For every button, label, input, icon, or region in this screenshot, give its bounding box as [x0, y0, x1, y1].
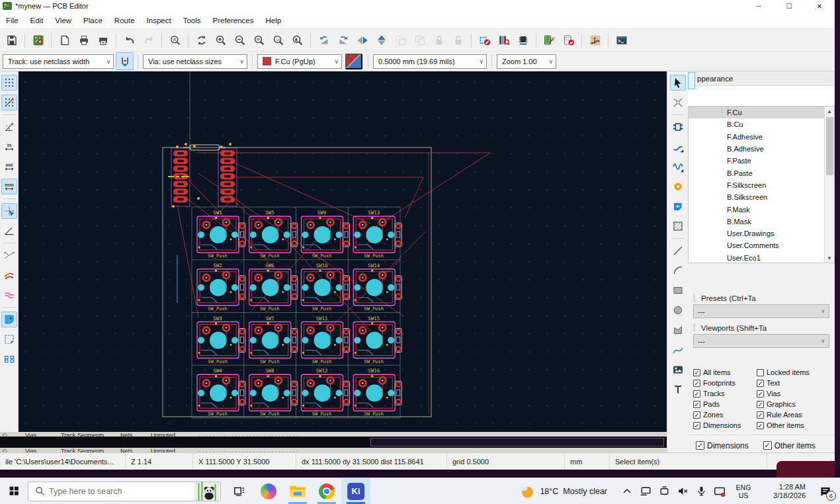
- checkbox[interactable]: ✓: [696, 441, 704, 450]
- kicad-taskbar-button[interactable]: Ki: [341, 478, 370, 504]
- filter-text[interactable]: ✓Text: [757, 378, 835, 388]
- layer-dropdown[interactable]: F.Cu (PgUp)∨: [257, 54, 342, 69]
- filter-dimensions[interactable]: ✓Dimensions: [693, 421, 757, 431]
- track-width-dropdown[interactable]: Track: use netclass width∨: [3, 54, 114, 69]
- task-view-button[interactable]: [225, 478, 254, 504]
- checkbox[interactable]: ✓: [757, 390, 764, 398]
- layer-row-b-silkscreen[interactable]: B.Silkscreen: [689, 191, 824, 203]
- update-pcb-from-schematic-button[interactable]: [540, 31, 558, 49]
- checkbox[interactable]: ✓: [763, 441, 772, 450]
- layer-row-f-paste[interactable]: F.Paste: [689, 155, 824, 167]
- screen-cast-icon[interactable]: [712, 478, 728, 504]
- chrome-button[interactable]: [312, 478, 341, 504]
- design-rules-check-button[interactable]: [560, 31, 577, 49]
- layer-row-b-paste[interactable]: B.Paste: [689, 167, 824, 179]
- language-indicator[interactable]: ENGUS: [732, 483, 755, 499]
- units-inches-button[interactable]: in: [1, 139, 17, 155]
- route-track-button[interactable]: [670, 139, 686, 155]
- checkbox[interactable]: ✓: [693, 411, 700, 419]
- via-size-dropdown[interactable]: Via: use netclass sizes∨: [143, 54, 247, 69]
- ungroup-button[interactable]: [411, 31, 429, 49]
- checkbox[interactable]: ✓: [757, 401, 764, 408]
- rule-area-button[interactable]: [670, 218, 686, 234]
- flip-horizontal-button[interactable]: [353, 31, 371, 49]
- update-footprints-button[interactable]: [476, 31, 493, 49]
- search-input[interactable]: [45, 487, 194, 496]
- undo-button[interactable]: [120, 31, 138, 49]
- menu-tools[interactable]: Tools: [177, 14, 207, 27]
- checkbox[interactable]: [757, 369, 764, 376]
- viewports-dropdown[interactable]: --- ∨: [693, 334, 829, 348]
- filter-pads[interactable]: ✓Pads: [693, 399, 757, 409]
- grid-dropdown[interactable]: 0.5000 mm (19.69 mils)∨: [373, 54, 487, 69]
- layer-row-b-cu[interactable]: B.Cu: [689, 118, 824, 130]
- net-colors-button[interactable]: [1, 287, 17, 303]
- layer-row-b-adhesive[interactable]: B.Adhesive: [689, 143, 824, 155]
- menu-route[interactable]: Route: [108, 14, 141, 27]
- zoom-fit-button[interactable]: [250, 31, 268, 49]
- close-button[interactable]: ✕: [804, 0, 835, 12]
- free-angle-button[interactable]: [1, 223, 17, 239]
- footprint-editor-button[interactable]: [514, 31, 532, 49]
- local-ratsnest-button[interactable]: [670, 95, 686, 110]
- pcb-canvas[interactable]: SW1 SW_Push SW5 SW_Push SW9 SW_Push: [19, 71, 667, 432]
- filter-other-items[interactable]: ✓Other items: [763, 441, 816, 451]
- zoom-dropdown[interactable]: Zoom 1.00∨: [497, 54, 556, 69]
- layer-row-user-drawings[interactable]: User.Drawings: [689, 228, 824, 239]
- find-button[interactable]: A: [166, 31, 184, 49]
- tray-expand-button[interactable]: [619, 478, 635, 504]
- menu-place[interactable]: Place: [77, 14, 108, 27]
- net-highlight-button[interactable]: [1, 267, 17, 283]
- zone-filled-button[interactable]: [1, 312, 17, 327]
- layer-row-f-adhesive[interactable]: F.Adhesive: [689, 131, 824, 143]
- polygon-tool-button[interactable]: [670, 322, 686, 338]
- tune-length-button[interactable]: [670, 159, 686, 175]
- menu-inspect[interactable]: Inspect: [141, 14, 177, 27]
- pad-sketch-button[interactable]: [1, 351, 17, 367]
- menu-help[interactable]: Help: [260, 14, 288, 27]
- print-button[interactable]: [75, 31, 93, 49]
- checkbox[interactable]: ✓: [757, 411, 764, 419]
- units-mils-button[interactable]: mil: [1, 159, 17, 175]
- select-arrow-button[interactable]: [670, 75, 686, 91]
- network-icon[interactable]: [638, 478, 653, 504]
- units-mm-button[interactable]: mm: [1, 179, 17, 194]
- via-tool-button[interactable]: [670, 179, 686, 194]
- checkbox[interactable]: ✓: [693, 422, 700, 429]
- filter-rule-areas[interactable]: ✓Rule Areas: [757, 410, 835, 420]
- save-button[interactable]: [3, 31, 21, 49]
- board-setup-button[interactable]: [29, 31, 47, 49]
- page-settings-button[interactable]: [56, 31, 73, 49]
- grid-overrides-button[interactable]: [1, 95, 17, 110]
- checkbox[interactable]: ✓: [693, 369, 700, 376]
- zone-outline-button[interactable]: [1, 331, 17, 347]
- rect-tool-button[interactable]: [670, 282, 686, 298]
- taskbar-search[interactable]: [28, 482, 221, 501]
- taskbar-clock[interactable]: 1:28 AM 3/18/2026: [763, 483, 806, 500]
- redo-button[interactable]: [140, 31, 157, 49]
- filter-footprints[interactable]: ✓Footprints: [693, 378, 757, 388]
- zoom-out-button[interactable]: [231, 31, 249, 49]
- ratsnest-lines-button[interactable]: [1, 247, 17, 263]
- checkbox[interactable]: ✓: [693, 390, 700, 398]
- scroll-down-icon[interactable]: ▼: [827, 253, 832, 263]
- footprint-tool-button[interactable]: [670, 119, 686, 135]
- checkbox[interactable]: ✓: [693, 380, 700, 387]
- polar-coordinates-button[interactable]: r: [1, 119, 17, 135]
- layer-row-user-eco1[interactable]: User.Eco1: [689, 252, 824, 263]
- zoom-in-button[interactable]: [212, 31, 230, 49]
- layer-row-f-mask[interactable]: F.Mask: [689, 203, 824, 215]
- microphone-icon[interactable]: [693, 478, 709, 504]
- layer-row-user-comments[interactable]: User.Comments: [689, 239, 824, 251]
- crosshair-cursor-button[interactable]: [1, 203, 17, 219]
- layers-scrollbar[interactable]: ▲ ▼: [824, 106, 834, 263]
- filter-vias[interactable]: ✓Vias: [757, 389, 835, 399]
- arc-tool-button[interactable]: [670, 263, 686, 278]
- checkbox[interactable]: ✓: [693, 401, 700, 408]
- layer-row-b-mask[interactable]: B.Mask: [689, 216, 824, 228]
- copilot-button[interactable]: [254, 478, 283, 504]
- menu-view[interactable]: View: [49, 14, 77, 27]
- taskbar-weather[interactable]: 18°C Mostly clear: [519, 483, 607, 499]
- maximize-button[interactable]: ☐: [774, 0, 804, 12]
- presets-dropdown[interactable]: --- ∨: [693, 304, 829, 318]
